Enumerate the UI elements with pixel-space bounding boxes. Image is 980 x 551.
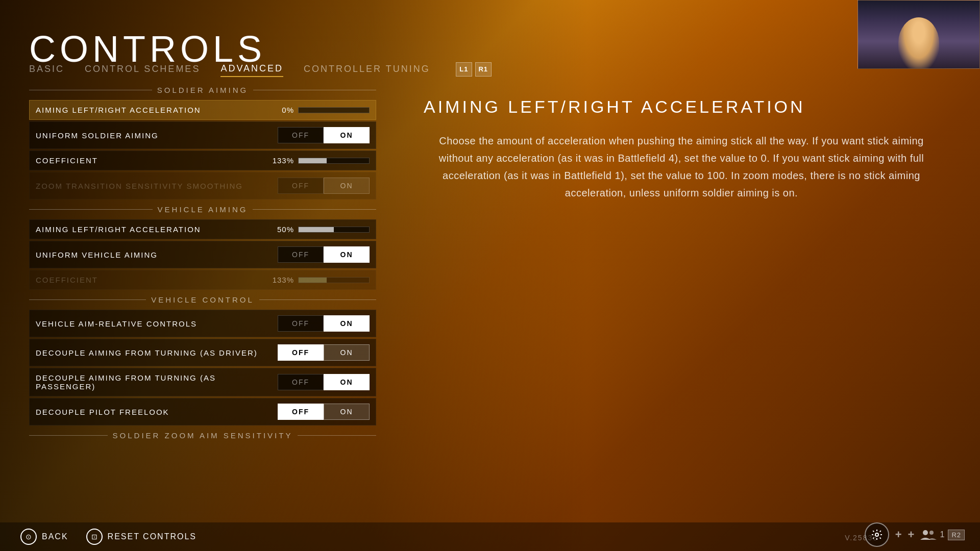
reset-button[interactable]: ⊡ RESET CONTROLS <box>86 529 197 545</box>
label-vehicle-aim-relative: VEHICLE AIM-RELATIVE CONTROLS <box>36 319 197 328</box>
detail-description: Choose the amount of acceleration when p… <box>424 132 939 202</box>
plus-icon-2: + <box>908 528 915 541</box>
section-vehicle-aiming: VEHICLE AIMING <box>29 201 376 218</box>
toggle-uniform-vehicle-aiming[interactable]: OFF ON <box>278 246 370 263</box>
toggle-decouple-driver[interactable]: OFF ON <box>278 344 370 361</box>
label-vehicle-coefficient: COEFFICIENT <box>36 276 98 284</box>
control-vehicle-coefficient: 133% <box>271 276 370 284</box>
control-uniform-vehicle-aiming: OFF ON <box>278 246 370 263</box>
control-decouple-pilot: OFF ON <box>278 404 370 420</box>
control-vehicle-aim-relative: OFF ON <box>278 315 370 332</box>
section-soldier-zoom: SOLDIER ZOOM AIM SENSITIVITY <box>29 427 376 444</box>
nav-tabs: BASIC CONTROL SCHEMES ADVANCED CONTROLLE… <box>29 61 492 77</box>
svg-point-0 <box>875 533 878 536</box>
row-zoom-transition: ZOOM TRANSITION SENSITIVITY SMOOTHING OF… <box>29 172 376 199</box>
bottom-bar: ⊙ BACK ⊡ RESET CONTROLS <box>0 522 980 551</box>
toggle-on-decouple-passenger[interactable]: ON <box>324 374 370 390</box>
toggle-vehicle-aim-relative[interactable]: OFF ON <box>278 315 370 332</box>
control-decouple-passenger: OFF ON <box>278 374 370 390</box>
slider-vehicle-aiming-lr[interactable] <box>298 227 370 233</box>
row-uniform-vehicle-aiming[interactable]: UNIFORM VEHICLE AIMING OFF ON <box>29 241 376 268</box>
control-zoom-transition: OFF ON <box>278 178 370 194</box>
webcam-person <box>858 1 979 68</box>
toggle-off-zoom: OFF <box>278 178 324 194</box>
toggle-on-var[interactable]: ON <box>324 315 370 332</box>
toggle-zoom-transition: OFF ON <box>278 178 370 194</box>
bottom-right-icons: + + 1 R2 <box>865 522 965 547</box>
toggle-on-decouple-driver[interactable]: ON <box>324 344 370 361</box>
left-panel: SOLDIER AIMING AIMING LEFT/RIGHT ACCELER… <box>29 82 376 520</box>
reset-label: RESET CONTROLS <box>108 532 197 541</box>
toggle-decouple-pilot[interactable]: OFF ON <box>278 404 370 420</box>
svg-point-2 <box>929 531 934 535</box>
reset-icon: ⊡ <box>86 529 103 545</box>
svg-point-1 <box>923 530 928 535</box>
toggle-off-vehicle[interactable]: OFF <box>278 246 324 263</box>
label-vehicle-aiming-lr: AIMING LEFT/RIGHT ACCELERATION <box>36 225 201 234</box>
r1-button[interactable]: R1 <box>475 62 492 77</box>
label-uniform-soldier-aiming: UNIFORM SOLDIER AIMING <box>36 131 159 140</box>
row-decouple-pilot[interactable]: DECOUPLE PILOT FREELOOK OFF ON <box>29 398 376 425</box>
toggle-off-uniform-soldier[interactable]: OFF <box>278 127 324 143</box>
label-decouple-pilot: DECOUPLE PILOT FREELOOK <box>36 408 169 416</box>
row-coefficient[interactable]: COEFFICIENT 133% <box>29 151 376 170</box>
control-coefficient: 133% <box>271 156 370 165</box>
l1-button[interactable]: L1 <box>456 62 472 77</box>
toggle-off-decouple-pilot[interactable]: OFF <box>278 404 324 420</box>
label-uniform-vehicle-aiming: UNIFORM VEHICLE AIMING <box>36 251 158 259</box>
nav-tab-buttons: L1 R1 <box>456 62 492 77</box>
value-vehicle-aiming-lr: 50% <box>271 225 294 234</box>
control-aiming-lr-accel: 0% <box>271 106 370 114</box>
row-decouple-passenger[interactable]: DECOUPLE AIMING FROM TURNING (AS PASSENG… <box>29 368 376 396</box>
back-button[interactable]: ⊙ BACK <box>20 529 68 545</box>
value-coefficient: 133% <box>271 156 294 165</box>
webcam-overlay <box>857 0 980 69</box>
label-decouple-driver: DECOUPLE AIMING FROM TURNING (AS DRIVER) <box>36 348 258 357</box>
value-vehicle-coefficient: 133% <box>271 276 294 284</box>
toggle-uniform-soldier-aiming[interactable]: OFF ON <box>278 127 370 143</box>
plus-icon-1: + <box>895 528 902 541</box>
control-vehicle-aiming-lr: 50% <box>271 225 370 234</box>
slider-aiming-lr-accel[interactable] <box>298 107 370 113</box>
back-icon: ⊙ <box>20 529 37 545</box>
toggle-on-decouple-pilot[interactable]: ON <box>324 404 370 420</box>
label-decouple-passenger: DECOUPLE AIMING FROM TURNING (AS PASSENG… <box>36 373 278 391</box>
row-vehicle-aiming-lr[interactable]: AIMING LEFT/RIGHT ACCELERATION 50% <box>29 219 376 239</box>
label-zoom-transition: ZOOM TRANSITION SENSITIVITY SMOOTHING <box>36 182 243 190</box>
row-vehicle-aim-relative[interactable]: VEHICLE AIM-RELATIVE CONTROLS OFF ON <box>29 310 376 337</box>
section-vehicle-control: VEHICLE CONTROL <box>29 291 376 308</box>
toggle-off-var[interactable]: OFF <box>278 315 324 332</box>
control-uniform-soldier-aiming: OFF ON <box>278 127 370 143</box>
label-aiming-lr-accel: AIMING LEFT/RIGHT ACCELERATION <box>36 106 201 114</box>
team-icon: 1 R2 <box>920 529 965 541</box>
toggle-on-vehicle[interactable]: ON <box>324 246 370 263</box>
tab-basic[interactable]: BASIC <box>29 62 64 77</box>
slider-coefficient[interactable] <box>298 158 370 164</box>
r2-badge: R2 <box>948 530 965 540</box>
value-aiming-lr-accel: 0% <box>271 106 294 114</box>
toggle-off-decouple-driver[interactable]: OFF <box>278 344 324 361</box>
tab-advanced[interactable]: ADVANCED <box>220 61 283 77</box>
row-uniform-soldier-aiming[interactable]: UNIFORM SOLDIER AIMING OFF ON <box>29 121 376 149</box>
tab-controller-tuning[interactable]: CONTROLLER TUNING <box>304 62 430 77</box>
tab-control-schemes[interactable]: CONTROL SCHEMES <box>85 62 200 77</box>
team-count: 1 <box>940 530 945 539</box>
row-vehicle-coefficient: COEFFICIENT 133% <box>29 270 376 290</box>
toggle-decouple-passenger[interactable]: OFF ON <box>278 374 370 390</box>
control-decouple-driver: OFF ON <box>278 344 370 361</box>
section-soldier-aiming: SOLDIER AIMING <box>29 82 376 98</box>
toggle-on-zoom: ON <box>324 178 370 194</box>
toggle-on-uniform-soldier[interactable]: ON <box>324 127 370 143</box>
back-label: BACK <box>42 532 68 541</box>
detail-title: AIMING LEFT/RIGHT ACCELERATION <box>424 97 939 117</box>
settings-icon[interactable] <box>865 522 889 547</box>
right-panel: AIMING LEFT/RIGHT ACCELERATION Choose th… <box>408 82 954 217</box>
toggle-off-decouple-passenger[interactable]: OFF <box>278 374 324 390</box>
slider-vehicle-coefficient <box>298 277 370 283</box>
label-coefficient: COEFFICIENT <box>36 156 98 165</box>
row-aiming-lr-accel[interactable]: AIMING LEFT/RIGHT ACCELERATION 0% <box>29 100 376 120</box>
row-decouple-driver[interactable]: DECOUPLE AIMING FROM TURNING (AS DRIVER)… <box>29 339 376 366</box>
